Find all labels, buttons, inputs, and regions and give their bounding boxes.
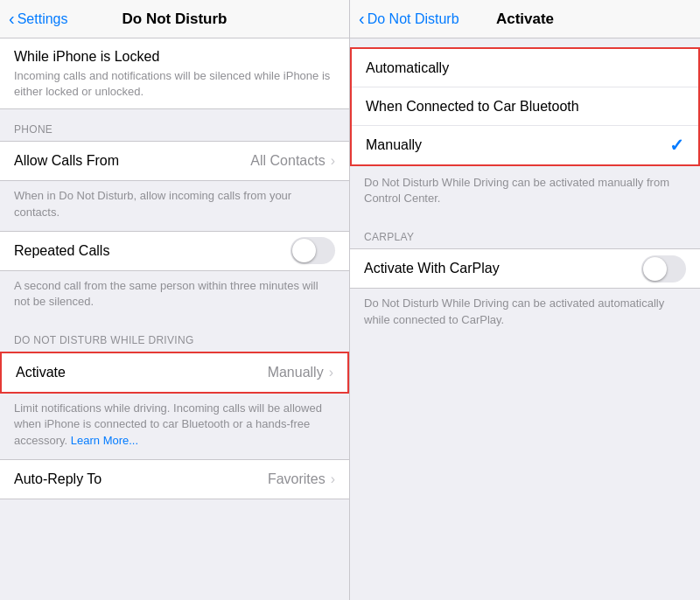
left-panel: ‹ Settings Do Not Disturb While iPhone i… <box>0 0 350 600</box>
allow-calls-chevron-icon: › <box>331 153 335 169</box>
auto-reply-card: Auto-Reply To Favorites › <box>0 459 349 499</box>
left-nav-bar: ‹ Settings Do Not Disturb <box>0 0 349 38</box>
option-manually-label: Manually <box>366 137 669 153</box>
while-locked-title: While iPhone is Locked <box>14 49 335 65</box>
manually-checkmark-icon: ✓ <box>669 135 684 156</box>
activate-value: Manually <box>268 365 324 380</box>
repeated-calls-card: Repeated Calls <box>0 231 349 271</box>
option-automatically-label: Automatically <box>366 60 684 76</box>
dnd-driving-header: DO NOT DISTURB WHILE DRIVING <box>0 320 349 352</box>
activate-options-card: Automatically When Connected to Car Blue… <box>350 47 700 166</box>
activate-chevron-icon: › <box>329 365 333 380</box>
right-back-label: Do Not Disturb <box>368 11 459 27</box>
option-car-bluetooth-label: When Connected to Car Bluetooth <box>366 99 684 115</box>
learn-more-link[interactable]: Learn More... <box>71 434 138 447</box>
while-locked-desc: Incoming calls and notifications will be… <box>14 68 335 100</box>
option-car-bluetooth[interactable]: When Connected to Car Bluetooth <box>352 87 698 126</box>
auto-reply-chevron-icon: › <box>331 471 335 487</box>
right-back-button[interactable]: ‹ Do Not Disturb <box>359 9 459 29</box>
allow-calls-desc: When in Do Not Disturb, allow incoming c… <box>0 181 349 230</box>
carplay-toggle[interactable] <box>641 255 686 283</box>
auto-reply-row[interactable]: Auto-Reply To Favorites › <box>0 460 349 499</box>
allow-calls-row[interactable]: Allow Calls From All Contacts › <box>0 142 349 180</box>
auto-reply-value: Favorites <box>268 471 326 487</box>
left-back-label: Settings <box>18 11 68 27</box>
activate-row-highlighted: Activate Manually › <box>0 352 349 394</box>
right-panel: ‹ Do Not Disturb Activate Automatically … <box>350 0 700 600</box>
left-back-button[interactable]: ‹ Settings <box>9 9 67 29</box>
left-back-chevron-icon: ‹ <box>9 9 15 29</box>
allow-calls-card: Allow Calls From All Contacts › <box>0 141 349 181</box>
activate-label: Activate <box>16 365 268 380</box>
carplay-desc: Do Not Disturb While Driving can be acti… <box>350 289 700 338</box>
while-locked-section: While iPhone is Locked Incoming calls an… <box>0 38 349 109</box>
auto-reply-label: Auto-Reply To <box>14 471 268 487</box>
option-automatically[interactable]: Automatically <box>352 49 698 87</box>
phone-section-header: PHONE <box>0 109 349 141</box>
right-nav-title: Activate <box>496 10 554 28</box>
left-nav-title: Do Not Disturb <box>122 10 228 28</box>
repeated-calls-desc: A second call from the same person withi… <box>0 271 349 320</box>
activate-row[interactable]: Activate Manually › <box>2 353 347 392</box>
carplay-section-header: CARPLAY <box>350 217 700 248</box>
carplay-row: Activate With CarPlay <box>350 249 700 288</box>
manually-desc: Do Not Disturb While Driving can be acti… <box>350 166 700 217</box>
repeated-calls-toggle-knob <box>292 239 316 262</box>
repeated-calls-row: Repeated Calls <box>0 232 349 270</box>
activate-desc-text: Limit notifications while driving. Incom… <box>14 401 322 446</box>
allow-calls-label: Allow Calls From <box>14 153 250 169</box>
carplay-card: Activate With CarPlay <box>350 248 700 289</box>
activate-desc: Limit notifications while driving. Incom… <box>0 394 349 459</box>
carplay-toggle-knob <box>643 257 667 281</box>
repeated-calls-label: Repeated Calls <box>14 243 290 259</box>
right-nav-bar: ‹ Do Not Disturb Activate <box>350 0 700 38</box>
allow-calls-value: All Contacts <box>250 153 325 169</box>
carplay-label: Activate With CarPlay <box>364 261 641 276</box>
right-back-chevron-icon: ‹ <box>359 9 365 29</box>
option-manually[interactable]: Manually ✓ <box>352 126 698 164</box>
repeated-calls-toggle[interactable] <box>290 237 335 264</box>
